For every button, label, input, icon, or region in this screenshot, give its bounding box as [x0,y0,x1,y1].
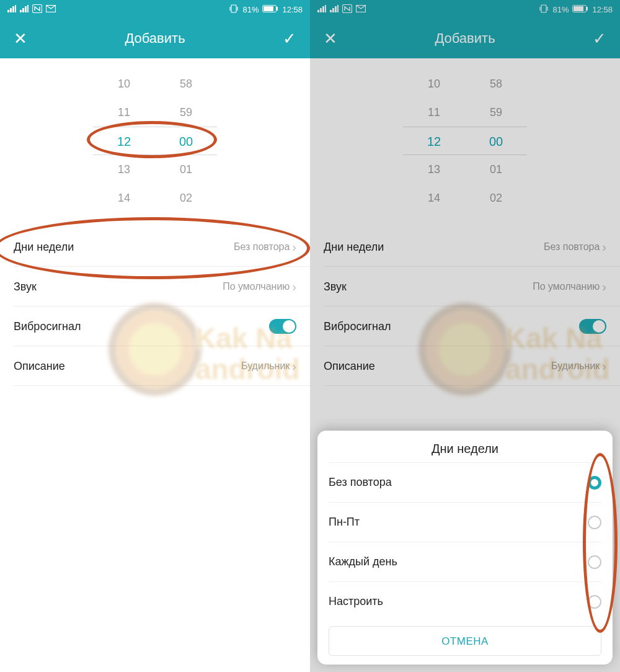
minute-option[interactable]: 02 [155,184,217,212]
hour-column: 10 11 12 13 14 [93,69,155,212]
svg-rect-11 [587,7,588,11]
clock-time: 12:58 [282,5,303,14]
dialog-option-no-repeat[interactable]: Без повтора [329,462,601,502]
option-label: Каждый день [329,555,397,568]
row-sound[interactable]: Звук По умолчанию › [0,267,310,307]
close-icon[interactable]: ✕ [324,30,337,47]
dialog-option-custom[interactable]: Настроить [329,581,601,621]
vibrate-toggle [579,319,606,334]
hour-selected[interactable]: 12 [93,127,155,155]
hour-option[interactable]: 14 [93,184,155,212]
dialog-option-everyday[interactable]: Каждый день [329,542,601,581]
mail-icon [46,5,56,14]
row-value: Без повтора [234,241,290,253]
vibrate-mode-icon [229,4,239,15]
svg-rect-8 [541,5,546,12]
row-vibrate[interactable]: Вибросигнал [0,307,310,346]
mail-icon [356,5,366,14]
row-label: Описание [14,360,65,373]
row-sound: Звук По умолчанию › [310,267,620,307]
battery-percent: 81% [552,5,569,14]
signal2-icon [20,5,29,14]
svg-rect-10 [574,6,583,11]
header-title: Добавить [435,30,495,47]
clock-time: 12:58 [592,5,613,14]
status-bar: 81% 12:58 [310,0,620,19]
status-bar: 81% 12:58 [0,0,310,19]
minute-option[interactable]: 58 [155,69,217,98]
row-desc: Описание Будильник › [310,346,620,386]
signal2-icon [330,5,339,14]
row-value: По умолчанию [223,281,290,292]
hour-option[interactable]: 10 [93,69,155,98]
minute-option[interactable]: 59 [155,98,217,127]
chevron-right-icon: › [602,359,606,374]
row-vibrate: Вибросигнал [310,307,620,346]
chevron-right-icon: › [292,240,296,254]
confirm-icon[interactable]: ✓ [593,30,606,47]
time-picker: 10 11 12 13 14 58 59 00 01 02 [310,58,620,218]
hour-option[interactable]: 11 [93,98,155,127]
row-desc[interactable]: Описание Будильник › [0,346,310,386]
svg-rect-2 [231,5,236,12]
signal-icon [7,5,16,14]
chevron-right-icon: › [292,359,296,374]
nfc-icon [342,4,352,15]
nfc-icon [32,4,42,15]
settings-list: Дни недели Без повтора › Звук По умолчан… [0,218,310,386]
radio-unchecked-icon[interactable] [588,516,601,529]
confirm-icon[interactable]: ✓ [283,30,296,47]
chevron-right-icon: › [602,240,606,254]
hour-option[interactable]: 13 [93,155,155,184]
dialog-cancel-button[interactable]: ОТМЕНА [329,626,601,656]
battery-percent: 81% [242,5,259,14]
option-label: Настроить [329,595,383,608]
battery-icon [262,5,278,14]
hour-column: 10 11 12 13 14 [403,69,465,212]
row-label: Звук [14,280,37,293]
row-days[interactable]: Дни недели Без повтора › [0,227,310,267]
header-title: Добавить [125,30,185,47]
close-icon[interactable]: ✕ [14,30,27,47]
phone-right: 81% 12:58 ✕ Добавить ✓ 10 11 12 13 14 [310,0,620,672]
radio-unchecked-icon[interactable] [588,595,601,609]
option-label: Без повтора [329,476,392,489]
option-label: Пн-Пт [329,516,360,529]
vibrate-toggle[interactable] [269,319,296,334]
time-picker[interactable]: 10 11 12 13 14 58 59 00 01 02 [0,58,310,218]
minute-column: 58 59 00 01 02 [155,69,217,212]
svg-rect-5 [277,7,278,11]
radio-checked-icon[interactable] [588,476,601,490]
svg-rect-4 [264,6,273,11]
chevron-right-icon: › [292,280,296,294]
chevron-right-icon: › [602,280,606,294]
minute-column: 58 59 00 01 02 [465,69,527,212]
row-label: Вибросигнал [14,320,81,333]
row-days: Дни недели Без повтора › [310,227,620,267]
header: ✕ Добавить ✓ [0,19,310,58]
dialog-title: Дни недели [329,442,601,462]
phone-left: 81% 12:58 ✕ Добавить ✓ 10 11 12 13 14 [0,0,310,672]
row-value: Будильник [241,361,290,372]
minute-selected[interactable]: 00 [155,127,217,155]
row-label: Дни недели [14,241,74,254]
radio-unchecked-icon[interactable] [588,555,601,569]
battery-icon [572,5,588,14]
dialog-option-weekdays[interactable]: Пн-Пт [329,502,601,542]
minute-option[interactable]: 01 [155,155,217,184]
signal-icon [317,5,326,14]
days-dialog: Дни недели Без повтора Пн-Пт Каждый день… [317,431,613,665]
vibrate-mode-icon [539,4,549,15]
header: ✕ Добавить ✓ [310,19,620,58]
settings-list: Дни недели Без повтора › Звук По умолчан… [310,218,620,386]
